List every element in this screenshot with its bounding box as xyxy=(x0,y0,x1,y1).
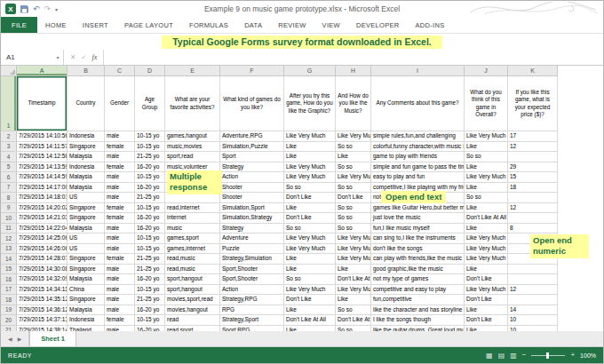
cell-K21[interactable]: 10 xyxy=(508,326,558,332)
cell-E20[interactable]: read xyxy=(165,315,220,326)
cell-F20[interactable]: Strategy,Sport xyxy=(220,315,284,326)
cell-B2[interactable]: Indonesia xyxy=(68,131,105,142)
cell-D7[interactable]: 16-20 yo xyxy=(135,183,165,194)
cell-B7[interactable]: Malaysia xyxy=(68,183,105,194)
cell-D8[interactable]: 21-25 yo xyxy=(135,193,165,203)
cell-A2[interactable]: 7/29/2015 14:10:56 xyxy=(17,131,68,142)
cell-C19[interactable]: male xyxy=(105,305,135,316)
tab-insert[interactable]: INSERT xyxy=(75,17,116,33)
cell-I20[interactable]: I like the songs though xyxy=(371,315,465,326)
cell-F19[interactable]: RPG xyxy=(220,305,284,316)
row-header-11[interactable]: 11 xyxy=(1,224,17,234)
select-all-corner[interactable] xyxy=(1,66,17,76)
cell-E3[interactable]: music,movies xyxy=(165,142,220,153)
header-cell-D1[interactable]: Age Group xyxy=(135,76,165,131)
cell-B5[interactable]: Indonesia xyxy=(68,162,105,173)
cell-J10[interactable]: Don't Like At All xyxy=(465,213,508,224)
row-header-14[interactable]: 14 xyxy=(1,254,17,265)
cell-K4[interactable] xyxy=(508,152,558,162)
cell-A20[interactable]: 7/29/2015 14:37:13 xyxy=(17,315,68,326)
row-header-13[interactable]: 13 xyxy=(1,244,17,255)
cell-G15[interactable]: Like xyxy=(284,265,336,275)
cell-H16[interactable]: Don't Like At All xyxy=(336,274,371,285)
cell-B17[interactable]: China xyxy=(68,285,105,296)
column-header-G[interactable]: G xyxy=(284,66,336,76)
cell-K17[interactable]: 12 xyxy=(508,285,558,296)
cell-F17[interactable]: Action xyxy=(220,285,284,296)
cell-K15[interactable] xyxy=(508,265,558,275)
row-header-12[interactable]: 12 xyxy=(1,233,17,244)
cell-D20[interactable]: 10-15 yo xyxy=(135,315,165,326)
cell-E11[interactable]: music xyxy=(165,224,220,234)
name-box[interactable]: A1 xyxy=(1,50,52,65)
cell-K20[interactable]: 10 xyxy=(508,315,558,326)
cell-D16[interactable]: 16-20 yo xyxy=(135,274,165,285)
cell-J13[interactable]: Like Very Much xyxy=(465,244,508,255)
cell-G6[interactable]: Like Very Much xyxy=(284,172,336,183)
cell-A12[interactable]: 7/29/2015 14:25:06 xyxy=(17,233,68,244)
cell-G2[interactable]: Like Very Much xyxy=(284,131,336,142)
cell-A15[interactable]: 7/29/2015 14:30:08 xyxy=(17,265,68,275)
cell-E17[interactable]: sport,hangout xyxy=(165,285,220,296)
cell-A17[interactable]: 7/29/2015 14:34:11 xyxy=(17,285,68,296)
cell-J14[interactable]: Like Very Much xyxy=(465,254,508,265)
header-cell-G1[interactable]: After you try this game, How do you like… xyxy=(284,76,336,131)
cell-F16[interactable]: Sport,Shooter xyxy=(220,274,284,285)
row-header-6[interactable]: 6 xyxy=(1,172,17,183)
cell-I9[interactable]: games like Guitar Hero,but better music xyxy=(371,203,465,214)
row-header-7[interactable]: 7 xyxy=(1,183,17,194)
cell-I16[interactable]: not my type of games xyxy=(371,274,465,285)
row-header-9[interactable]: 9 xyxy=(1,203,17,214)
cell-C15[interactable]: male xyxy=(105,265,135,275)
cell-G18[interactable]: Don't Like xyxy=(284,295,336,305)
cell-C11[interactable]: male xyxy=(105,224,135,234)
cell-G16[interactable]: So so xyxy=(284,274,336,285)
cell-G21[interactable]: Like xyxy=(284,326,336,332)
cell-F18[interactable]: Strategy,RPG xyxy=(220,295,284,305)
cell-F14[interactable]: Strategy,Simulation xyxy=(220,254,284,265)
header-cell-B1[interactable]: Country xyxy=(68,76,105,131)
cell-J12[interactable]: Like Very Much xyxy=(465,233,508,244)
cell-I18[interactable]: fun,competitive xyxy=(371,295,465,305)
save-icon[interactable] xyxy=(20,5,28,13)
cell-E13[interactable]: games,internet xyxy=(165,244,220,255)
row-header-21[interactable]: 21 xyxy=(1,326,17,332)
cell-D10[interactable]: 16-20 yo xyxy=(135,213,165,224)
cell-H19[interactable]: So so xyxy=(336,305,371,316)
header-cell-E1[interactable]: What are your favorite activities? xyxy=(165,76,220,131)
row-header-5[interactable]: 5 xyxy=(1,162,17,173)
cell-D11[interactable]: 16-20 yo xyxy=(135,224,165,234)
header-cell-H1[interactable]: And How do you like the Music? xyxy=(336,76,371,131)
cell-H5[interactable]: So so xyxy=(336,162,371,173)
cell-A3[interactable]: 7/29/2015 14:11:57 xyxy=(17,142,68,153)
cell-K2[interactable]: 17 xyxy=(508,131,558,142)
cell-F15[interactable]: Sport,Shooter xyxy=(220,265,284,275)
tab-view[interactable]: VIEW xyxy=(314,17,348,33)
cell-H2[interactable]: Like Very Much xyxy=(336,131,371,142)
excel-app-icon[interactable]: X xyxy=(5,4,16,14)
cell-A10[interactable]: 7/29/2015 14:21:03 xyxy=(17,213,68,224)
cell-D17[interactable]: 10-15 yo xyxy=(135,285,165,296)
tab-file[interactable]: FILE xyxy=(1,17,37,33)
cell-E9[interactable]: read,internet xyxy=(165,203,220,214)
row-header-10[interactable]: 10 xyxy=(1,213,17,224)
cell-H6[interactable]: Like Very Much xyxy=(336,172,371,183)
cell-F3[interactable]: Simulation,Puzzle xyxy=(220,142,284,153)
cell-I10[interactable]: just love the music xyxy=(371,213,465,224)
cell-B16[interactable]: Malaysia xyxy=(68,274,105,285)
column-header-F[interactable]: F xyxy=(220,66,284,76)
cell-I6[interactable]: easy to play and fun xyxy=(371,172,465,183)
undo-icon[interactable]: ↶ xyxy=(33,5,40,13)
cell-I2[interactable]: simple rules,fun,and challenging xyxy=(371,131,465,142)
cell-E19[interactable]: movies,hangout xyxy=(165,305,220,316)
cell-J18[interactable]: Don't Like xyxy=(465,295,508,305)
row-header-18[interactable]: 18 xyxy=(1,295,17,305)
cell-C2[interactable]: male xyxy=(105,131,135,142)
cell-B19[interactable]: Malaysia xyxy=(68,305,105,316)
column-header-D[interactable]: D xyxy=(135,66,165,76)
cell-F7[interactable]: Shooter xyxy=(220,183,284,194)
name-box-dropdown-icon[interactable]: ▾ xyxy=(52,50,64,65)
cell-H8[interactable]: Don't Like xyxy=(336,193,371,203)
cell-E12[interactable]: games,sport xyxy=(165,233,220,244)
cell-H15[interactable]: Like xyxy=(336,265,371,275)
